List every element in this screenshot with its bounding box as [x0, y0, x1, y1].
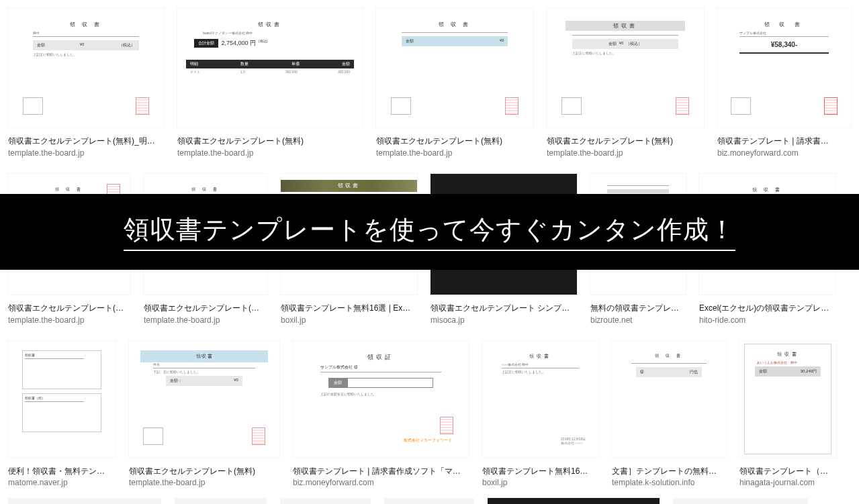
- result-thumbnail[interactable]: 領収書 ○○○株式会社 御中 上記正に領収いたしました。 2018年12月03日…: [482, 341, 598, 458]
- result-title[interactable]: 領収書テンプレート無料16選 | Ex…: [281, 303, 417, 314]
- result-title[interactable]: 領収書エクセルテンプレート(…: [144, 303, 267, 314]
- result-title[interactable]: 領収書エクセルテンプレート シンプ…: [431, 303, 577, 314]
- result-title[interactable]: 領収書エクセルテンプレート(無料): [376, 136, 533, 147]
- result-title[interactable]: 領収書エクセルテンプレート(無料): [129, 466, 279, 477]
- result-title[interactable]: 便利！領収書・無料テン…: [8, 466, 116, 477]
- result-source[interactable]: matome.naver.jp: [8, 478, 116, 487]
- result-title[interactable]: 領収書エクセルテンプレート(無料): [177, 136, 363, 147]
- result-title[interactable]: 領収書テンプレート | 請求書作成ソフト「マ…: [293, 466, 469, 477]
- result-thumbnail[interactable]: [175, 498, 267, 504]
- result-source[interactable]: biz.moneyforward.com: [717, 148, 851, 158]
- result-source[interactable]: misoca.jp: [431, 315, 577, 325]
- result-title[interactable]: 領収書テンプレート無料16…: [482, 466, 598, 477]
- result-thumbnail[interactable]: 領収書 金額 ¥0 （税込） 上記正に領収いたしました。: [547, 8, 704, 128]
- result-source[interactable]: template.the-board.jp: [177, 148, 363, 158]
- result-source[interactable]: boxil.jp: [482, 478, 598, 487]
- result-title[interactable]: 無料の領収書テンプレー …: [590, 303, 686, 314]
- result-source[interactable]: biz.moneyforward.com: [293, 478, 469, 487]
- result-thumbnail[interactable]: 領 収 書 サンプル株式会社 ¥58,340-: [717, 8, 851, 128]
- result-thumbnail[interactable]: [673, 498, 808, 504]
- result-thumbnail[interactable]: 領 収 書 様円也: [612, 341, 726, 458]
- result-source[interactable]: template.the-board.jp: [144, 315, 267, 325]
- result-title[interactable]: Excel(エクセル)の領収書テンプレ…: [699, 303, 835, 314]
- receipt-title: 領 収 書: [70, 21, 102, 28]
- result-thumbnail[interactable]: 領収証 サンプル株式会社 様 金額 上記の金額を正に領収いたしました 株式会社マ…: [293, 341, 469, 458]
- result-thumbnail[interactable]: [488, 498, 660, 504]
- result-source[interactable]: hito-ride.com: [699, 315, 835, 325]
- result-source[interactable]: bizroute.net: [590, 315, 686, 325]
- result-source[interactable]: template.the-board.jp: [129, 478, 279, 487]
- result-title[interactable]: 領収書エクセルテンプレート(無料): [547, 136, 704, 147]
- result-source[interactable]: template.the-board.jp: [8, 148, 164, 158]
- result-source[interactable]: template.the-board.jp: [376, 148, 533, 158]
- receipt-onchu: 御中: [33, 31, 40, 35]
- result-thumbnail[interactable]: [280, 498, 371, 504]
- result-title[interactable]: 領収書テンプレート | 請求書…: [717, 136, 851, 147]
- result-thumbnail[interactable]: 領収書 あいうえお株式会社 御中 金額30,240円: [739, 341, 836, 458]
- result-thumbnail[interactable]: [8, 498, 161, 504]
- banner-text: 領収書テンプレートを使って今すぐカンタン作成！: [124, 213, 735, 251]
- result-source[interactable]: boxil.jp: [281, 315, 417, 325]
- result-thumbnail[interactable]: 領 収 書 件名 下記、正に領収いたしました。 金額：¥0: [129, 341, 279, 458]
- result-source[interactable]: template.the-board.jp: [547, 148, 704, 158]
- result-thumbnail[interactable]: [384, 498, 474, 504]
- result-thumbnail[interactable]: 領収書 boardテクノロジー株式会社 御中 合計金額2,754,000 円(税…: [177, 8, 363, 128]
- result-thumbnail[interactable]: 領収書 領収書（控）: [8, 341, 116, 458]
- result-source[interactable]: hinagata-journal.com: [739, 478, 836, 487]
- result-title[interactable]: 領収書エクセルテンプレート(…: [8, 303, 130, 314]
- result-title[interactable]: 文書］テンプレートの無料…: [612, 466, 726, 477]
- promo-banner[interactable]: 領収書テンプレートを使って今すぐカンタン作成！: [0, 194, 859, 270]
- result-thumbnail[interactable]: 領 収 書 金額¥0: [376, 8, 533, 128]
- result-source[interactable]: template.k-solution.info: [612, 478, 726, 487]
- result-source[interactable]: template.the-board.jp: [8, 315, 130, 325]
- result-title[interactable]: 領収書テンプレート（…: [739, 466, 836, 477]
- result-thumbnail[interactable]: 領 収 書 御中 金額¥0（税込） 上記正に領収いたしました。: [8, 8, 164, 128]
- result-title[interactable]: 領収書エクセルテンプレート(無料)_明…: [8, 136, 164, 147]
